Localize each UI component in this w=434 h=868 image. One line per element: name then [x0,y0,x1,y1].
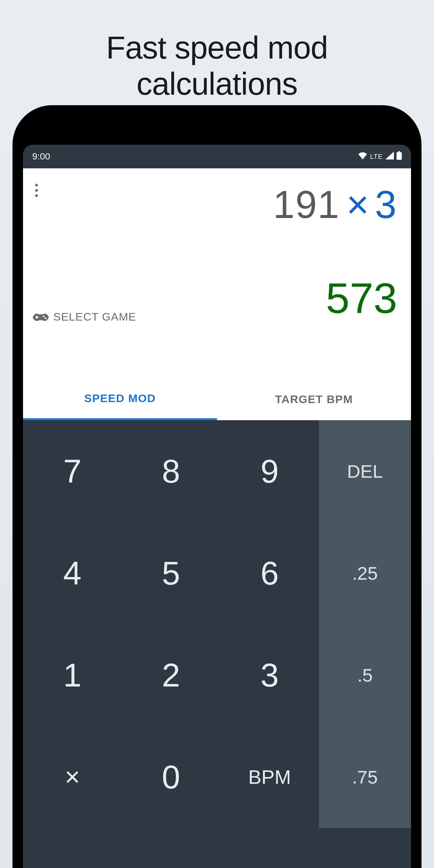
expression-operator: × [346,183,370,226]
key-5[interactable]: 5 [122,522,220,624]
key-3[interactable]: 3 [220,624,319,726]
svg-point-3 [35,189,38,192]
signal-icon [385,151,394,162]
phone-side-button [419,279,422,352]
key-1[interactable]: 1 [23,624,122,726]
select-game-label: SELECT GAME [53,310,136,323]
tab-speed-mod[interactable]: SPEED MOD [23,378,217,420]
controller-icon [33,312,49,322]
keypad: 7 8 9 DEL 4 5 6 .25 1 2 3 .5 × 0 BPM .75 [23,420,411,828]
svg-point-2 [35,184,38,186]
key-9[interactable]: 9 [220,420,319,522]
wifi-icon [358,151,368,162]
expression-display: 191×3 [273,182,397,227]
key-7[interactable]: 7 [23,420,122,522]
key-8[interactable]: 8 [122,420,220,522]
key-multiply[interactable]: × [23,726,122,828]
phone-side-button [419,214,422,260]
key-quarter[interactable]: .25 [319,522,411,624]
key-three-quarter[interactable]: .75 [319,726,411,828]
key-del[interactable]: DEL [319,420,411,522]
phone-frame: 9:00 LTE 191×3 573 [12,105,422,868]
display-area: 191×3 573 SELECT GAME SPEED MOD TARGET B… [23,168,411,420]
promo-headline: Fast speed modcalculations [0,30,434,102]
key-0[interactable]: 0 [122,726,220,828]
tabs: SPEED MOD TARGET BPM [23,378,411,420]
svg-point-7 [41,314,48,321]
status-bar: 9:00 LTE [23,145,411,168]
key-6[interactable]: 6 [220,522,319,624]
svg-point-4 [35,194,38,197]
svg-rect-1 [397,152,402,160]
expression-bpm: 191 [273,183,340,226]
svg-point-10 [43,315,45,317]
phone-screen: 9:00 LTE 191×3 573 [23,145,411,868]
svg-rect-9 [36,316,37,319]
result-display: 573 [326,274,397,323]
status-indicators: LTE [358,151,402,162]
expression-mod: 3 [375,183,397,226]
status-time: 9:00 [32,151,50,162]
tab-target-bpm[interactable]: TARGET BPM [217,378,411,420]
key-half[interactable]: .5 [319,624,411,726]
key-2[interactable]: 2 [122,624,220,726]
svg-rect-0 [398,151,400,152]
key-4[interactable]: 4 [23,522,122,624]
key-bpm[interactable]: BPM [220,726,319,828]
more-menu-button[interactable] [35,183,38,197]
network-label: LTE [370,153,383,160]
select-game-button[interactable]: SELECT GAME [33,310,136,323]
battery-icon [397,151,402,162]
svg-point-11 [45,317,47,319]
